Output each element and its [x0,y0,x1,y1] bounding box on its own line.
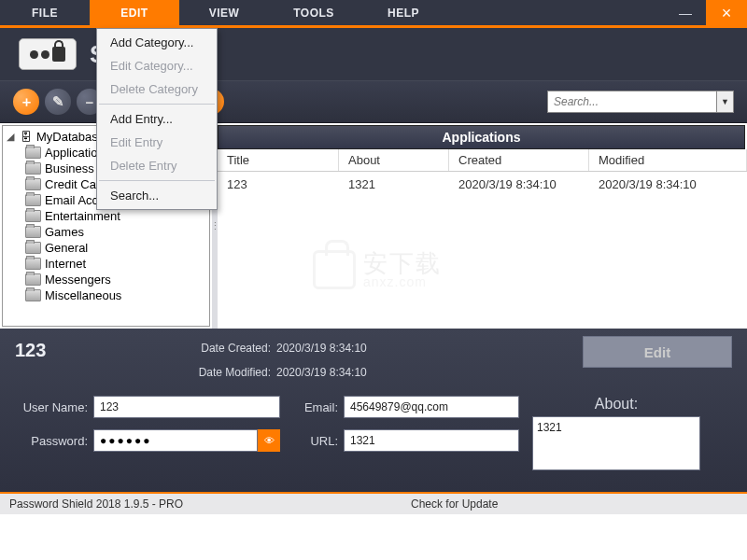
menu-view[interactable]: VIEW [179,0,269,25]
cell-title: 123 [218,174,339,195]
search-box: ▼ [547,91,734,113]
date-created-label: Date Created: [174,336,276,360]
date-modified-label: Date Modified: [174,360,276,385]
menu-edit[interactable]: EDIT [90,0,179,25]
col-title[interactable]: Title [218,149,339,171]
status-version: Password Shield 2018 1.9.5 - PRO [0,497,411,511]
tree-item-label: Miscellaneous [45,288,121,302]
detail-panel: 123 Date Created:2020/3/19 8:34:10 Date … [0,329,747,492]
search-dropdown-button[interactable]: ▼ [716,91,733,112]
tree-root-label: MyDatabas [36,130,98,144]
password-field[interactable] [93,429,258,452]
expand-toggle-icon[interactable]: ◢ [7,131,16,143]
add-button[interactable]: ＋ [13,89,39,115]
username-label: User Name: [15,400,88,414]
eye-icon: 👁 [264,435,275,446]
about-label: About: [595,396,638,413]
about-textarea[interactable] [532,416,700,470]
date-modified-value: 2020/3/19 8:34:10 [276,360,367,385]
tree-item[interactable]: Messengers [3,272,209,287]
email-label: Email: [293,400,338,414]
tree-item-label: Messengers [45,273,111,287]
tree-item[interactable]: Internet [3,256,209,272]
folder-icon [25,162,41,175]
folder-icon [25,242,41,254]
tree-item-label: General [45,241,88,255]
tree-item[interactable]: Games [3,224,209,240]
username-field[interactable] [93,396,280,418]
table-row[interactable]: 123 1321 2020/3/19 8:34:10 2020/3/19 8:3… [218,172,747,196]
cell-created: 2020/3/19 8:34:10 [449,174,589,195]
folder-icon [25,178,41,190]
folder-icon [25,147,41,159]
col-modified[interactable]: Modified [589,149,747,171]
menu-edit-category[interactable]: Edit Category... [97,54,217,77]
menu-help[interactable]: HELP [359,0,448,25]
menu-spacer [448,0,665,25]
password-label: Password: [15,434,88,448]
content-pane: Applications Title About Created Modifie… [218,123,747,329]
url-label: URL: [293,434,338,448]
status-update-link[interactable]: Check for Update [411,497,747,511]
menu-delete-category[interactable]: Delete Category [97,77,217,101]
edit-menu-dropdown: Add Category... Edit Category... Delete … [96,28,218,210]
menubar: FILE EDIT VIEW TOOLS HELP — × [0,0,747,28]
edit-entry-button[interactable]: Edit [583,336,732,368]
tree-item[interactable]: Entertainment [3,208,209,224]
date-created-value: 2020/3/19 8:34:10 [276,336,367,360]
tree-item-label: Business [45,161,94,175]
menu-edit-entry[interactable]: Edit Entry [97,131,217,154]
tree-item-label: Entertainment [45,209,120,223]
folder-icon [25,194,41,206]
folder-icon [25,289,41,301]
window-minimize-button[interactable]: — [665,0,706,25]
menu-search[interactable]: Search... [97,184,217,207]
email-field[interactable] [344,396,519,418]
col-about[interactable]: About [339,149,449,171]
folder-icon [25,273,41,286]
tree-item-label: Games [45,225,84,239]
menu-separator [99,180,215,181]
menu-file[interactable]: FILE [0,0,90,25]
folder-icon [25,210,41,222]
folder-icon [25,258,41,270]
cell-about: 1321 [339,174,449,195]
tree-item[interactable]: General [3,240,209,256]
category-header: Applications [218,125,745,149]
table-header: Title About Created Modified [218,149,747,172]
password-reveal-button[interactable]: 👁 [258,429,280,452]
statusbar: Password Shield 2018 1.9.5 - PRO Check f… [0,492,747,514]
url-field[interactable] [344,429,519,452]
edit-pencil-button[interactable]: ✎ [45,89,71,115]
folder-icon [25,226,41,238]
cell-modified: 2020/3/19 8:34:10 [589,174,747,195]
detail-dates: Date Created:2020/3/19 8:34:10 Date Modi… [174,336,564,385]
tree-item[interactable]: Miscellaneous [3,287,209,303]
menu-add-category[interactable]: Add Category... [97,31,217,54]
tree-item-label: Internet [45,257,86,271]
menu-add-entry[interactable]: Add Entry... [97,107,217,131]
menu-tools[interactable]: TOOLS [269,0,359,25]
detail-title: 123 [15,336,155,361]
col-created[interactable]: Created [449,149,589,171]
menu-separator [99,104,215,105]
search-input[interactable] [548,95,716,108]
entries-table: Title About Created Modified 123 1321 20… [218,149,747,329]
window-close-button[interactable]: × [706,0,747,25]
menu-delete-entry[interactable]: Delete Entry [97,154,217,177]
database-icon: 🗄 [20,131,33,144]
app-logo-icon [19,38,77,70]
